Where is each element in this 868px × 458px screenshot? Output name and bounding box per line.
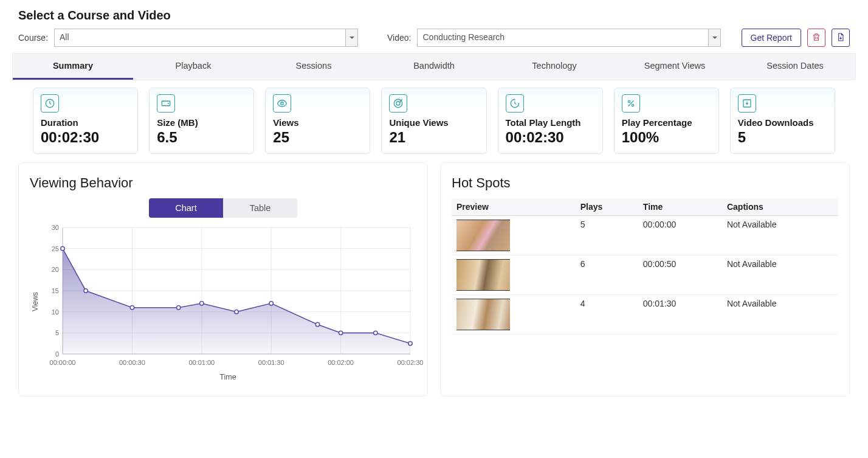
preview-thumbnail[interactable] — [456, 259, 510, 291]
col-preview: Preview — [452, 198, 576, 216]
cell-time: 00:01:30 — [638, 295, 722, 335]
viewing-behavior-panel: Viewing Behavior Chart Table Views 05101… — [18, 162, 428, 397]
size-icon — [157, 94, 175, 113]
stat-card-play-percentage: Play Percentage100% — [614, 88, 719, 154]
svg-point-45 — [339, 331, 342, 335]
svg-point-3 — [281, 102, 284, 105]
delete-button[interactable] — [807, 29, 825, 47]
file-download-icon — [836, 32, 846, 44]
stat-card-total-play-length: Total Play Length00:02:30 — [498, 88, 603, 154]
table-row[interactable]: 600:00:50Not Available — [452, 255, 838, 295]
eye-icon — [273, 94, 291, 113]
video-select-value: Conducting Research — [418, 29, 708, 46]
col-time: Time — [638, 198, 722, 216]
col-captions: Captions — [722, 198, 838, 216]
hot-spots-table: Preview Plays Time Captions 500:00:00Not… — [452, 198, 838, 335]
stat-value: 21 — [389, 129, 478, 146]
svg-text:00:01:00: 00:01:00 — [188, 359, 215, 366]
table-row[interactable]: 400:01:30Not Available — [452, 295, 838, 335]
preview-thumbnail[interactable] — [456, 299, 510, 330]
svg-point-39 — [130, 306, 134, 310]
percent-icon — [622, 94, 640, 113]
stat-value: 5 — [738, 129, 827, 146]
svg-text:00:02:00: 00:02:00 — [328, 359, 354, 366]
tab-segment-views[interactable]: Segment Views — [615, 54, 735, 80]
svg-point-37 — [61, 246, 64, 250]
chevron-down-icon — [345, 29, 357, 46]
svg-text:00:00:00: 00:00:00 — [50, 359, 76, 366]
svg-text:00:02:30: 00:02:30 — [398, 359, 424, 366]
viewing-behavior-chart: 05101520253000:00:0000:00:3000:01:0000:0… — [40, 223, 416, 369]
svg-text:20: 20 — [52, 266, 59, 273]
col-plays: Plays — [576, 198, 638, 216]
hot-spots-title: Hot Spots — [452, 175, 838, 191]
svg-point-5 — [396, 102, 400, 105]
stat-card-duration: Duration00:02:30 — [33, 88, 138, 154]
toggle-chart[interactable]: Chart — [149, 198, 223, 218]
stat-card-video-downloads: Video Downloads5 — [730, 88, 835, 154]
svg-point-6 — [628, 100, 630, 102]
cell-time: 00:00:50 — [638, 255, 722, 295]
tab-summary[interactable]: Summary — [13, 54, 133, 80]
video-select[interactable]: Conducting Research — [417, 29, 721, 47]
stat-label: Views — [273, 117, 362, 128]
tab-sessions[interactable]: Sessions — [253, 54, 374, 80]
video-label: Video: — [387, 33, 411, 43]
course-select-value: All — [55, 29, 345, 46]
stat-value: 00:02:30 — [41, 129, 130, 146]
tabs: SummaryPlaybackSessionsBandwidthTechnolo… — [12, 53, 856, 80]
stat-label: Video Downloads — [738, 117, 827, 128]
tab-bandwidth[interactable]: Bandwidth — [374, 54, 494, 80]
stat-card-unique-views: Unique Views21 — [381, 88, 486, 154]
preview-thumbnail[interactable] — [456, 220, 510, 251]
cell-captions: Not Available — [722, 295, 838, 335]
get-report-button[interactable]: Get Report — [742, 29, 801, 47]
svg-text:30: 30 — [52, 224, 59, 231]
svg-text:15: 15 — [52, 287, 59, 294]
svg-text:0: 0 — [55, 350, 59, 358]
stat-label: Total Play Length — [506, 117, 595, 128]
stat-label: Play Percentage — [622, 117, 711, 128]
stat-value: 25 — [273, 129, 362, 146]
cell-time: 00:00:00 — [638, 216, 722, 255]
svg-point-7 — [632, 104, 633, 106]
cell-plays: 5 — [576, 216, 638, 255]
svg-point-38 — [84, 289, 88, 293]
svg-text:10: 10 — [52, 308, 59, 316]
svg-point-46 — [374, 331, 377, 335]
page-title: Select a Course and Video — [18, 9, 850, 23]
viewing-behavior-title: Viewing Behavior — [30, 175, 416, 191]
hot-spots-panel: Hot Spots Preview Plays Time Captions 50… — [440, 162, 850, 397]
chart-y-label: Views — [30, 223, 40, 381]
stat-value: 100% — [622, 129, 711, 146]
svg-text:25: 25 — [52, 245, 59, 252]
target-icon — [389, 94, 407, 113]
toggle-table[interactable]: Table — [223, 198, 297, 218]
cell-plays: 6 — [576, 255, 638, 295]
stat-value: 6.5 — [157, 129, 246, 146]
tab-technology[interactable]: Technology — [494, 54, 615, 80]
chevron-down-icon — [708, 29, 720, 46]
download-report-button[interactable] — [832, 29, 850, 47]
svg-text:5: 5 — [55, 329, 59, 336]
stat-label: Unique Views — [389, 117, 478, 128]
course-label: Course: — [18, 33, 48, 43]
svg-point-43 — [269, 302, 273, 305]
svg-point-40 — [176, 306, 180, 310]
svg-point-42 — [235, 310, 238, 313]
cell-captions: Not Available — [722, 216, 838, 255]
svg-point-2 — [168, 103, 169, 104]
stat-cards-row: Duration00:02:30Size (MB)6.5Views25Uniqu… — [12, 88, 856, 154]
segment-clock-icon — [506, 94, 524, 113]
svg-point-44 — [315, 322, 319, 326]
stat-label: Duration — [41, 117, 130, 128]
cell-plays: 4 — [576, 295, 638, 335]
svg-point-47 — [408, 341, 412, 345]
tab-session-dates[interactable]: Session Dates — [735, 54, 855, 80]
table-row[interactable]: 500:00:00Not Available — [452, 216, 838, 255]
course-select[interactable]: All — [54, 29, 358, 47]
view-toggle: Chart Table — [149, 198, 297, 218]
tab-playback[interactable]: Playback — [133, 54, 253, 80]
clock-icon — [41, 94, 59, 113]
chart-x-label: Time — [40, 373, 416, 381]
